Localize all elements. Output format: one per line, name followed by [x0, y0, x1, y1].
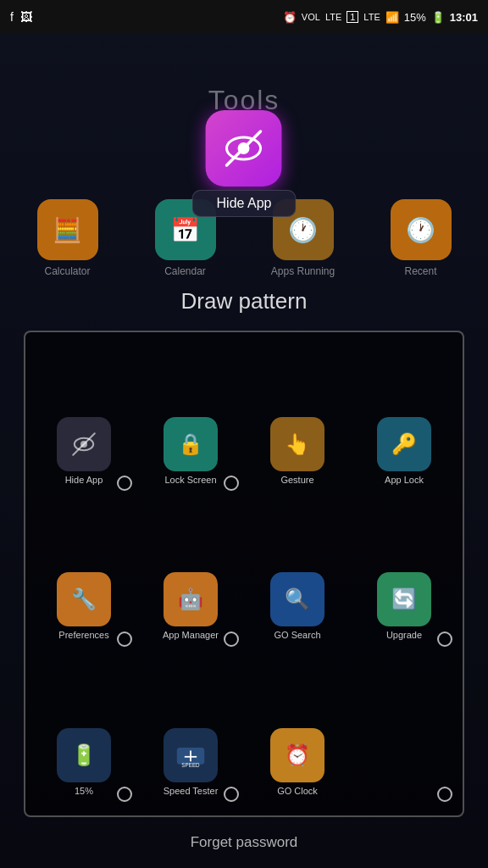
upgrade-cell-icon: 🔄 [377, 572, 431, 626]
goclock-cell-label: GO Clock [277, 786, 318, 797]
preferences-cell-label: Preferences [58, 630, 108, 641]
pattern-cell-gosearch: 🔍 GO Search [244, 496, 351, 651]
pattern-dot-8 [117, 787, 132, 802]
pattern-cell-empty [351, 652, 458, 807]
svg-text:SPEED: SPEED [181, 762, 200, 768]
calculator-label: Calculator [44, 265, 90, 277]
pattern-dot-7 [437, 632, 452, 647]
pattern-dot-1 [224, 476, 239, 491]
pattern-cell-goclock: ⏰ GO Clock [244, 652, 351, 807]
pattern-overlay: Hide App 🔒 Lock Screen 👆 Gesture 🔑 App L… [24, 331, 464, 817]
lockscreen-cell-label: Lock Screen [164, 475, 216, 486]
pattern-cell-preferences: 🔧 Preferences [30, 496, 137, 651]
pattern-cell-hideapp: Hide App [30, 341, 137, 496]
bg-app-calculator: 🧮 Calculator [34, 199, 102, 277]
image-icon: 🖼 [20, 10, 32, 24]
gesture-cell-label: Gesture [280, 475, 313, 486]
hide-app-icon-wrap [206, 110, 282, 186]
pattern-grid: Hide App 🔒 Lock Screen 👆 Gesture 🔑 App L… [30, 341, 458, 807]
pattern-dot-11 [437, 787, 452, 802]
time-display: 13:01 [450, 11, 478, 24]
pattern-dot-4 [117, 632, 132, 647]
gosearch-cell-label: GO Search [274, 630, 320, 641]
pattern-cell-battery: 🔋 15% [30, 652, 137, 807]
appmanager-cell-label: App Manager [163, 630, 219, 641]
upgrade-cell-label: Upgrade [386, 630, 422, 641]
lockscreen-cell-icon: 🔒 [164, 417, 218, 471]
pattern-cell-lockscreen: 🔒 Lock Screen [137, 341, 244, 496]
pattern-cell-applock: 🔑 App Lock [351, 341, 458, 496]
status-bar: f 🖼 ⏰ VOL LTE 1 LTE 📶 15% 🔋 13:01 [0, 0, 488, 34]
svg-line-5 [73, 433, 95, 455]
calendar-label: Calendar [164, 265, 206, 277]
pattern-cell-gesture: 👆 Gesture [244, 341, 351, 496]
battery-icon: 🔋 [431, 11, 445, 24]
pattern-cell-appmanager: 🤖 App Manager [137, 496, 244, 651]
status-left-icons: f 🖼 [10, 10, 32, 24]
battery-cell-icon: 🔋 [57, 728, 111, 782]
speedtester-cell-label: Speed Tester [164, 786, 219, 797]
status-right-info: ⏰ VOL LTE 1 LTE 📶 15% 🔋 13:01 [283, 11, 478, 24]
battery-cell-label: 15% [75, 786, 93, 797]
pattern-dot-9 [224, 787, 239, 802]
gesture-cell-icon: 👆 [270, 417, 324, 471]
hideapp-cell-label: Hide App [65, 475, 103, 486]
vol-lte-label: VOL [302, 12, 320, 22]
calculator-icon: 🧮 [37, 199, 98, 260]
hideapp-cell-icon [57, 417, 111, 471]
gosearch-cell-icon: 🔍 [270, 572, 324, 626]
alarm-icon: ⏰ [283, 11, 297, 24]
goclock-cell-icon: ⏰ [270, 728, 324, 782]
hide-app-popup: Hide App [192, 110, 297, 217]
pattern-dot-5 [224, 632, 239, 647]
appsrunning-label: Apps Running [271, 265, 335, 277]
signal-1: 1 [347, 11, 358, 23]
draw-pattern-title: Draw pattern [181, 288, 308, 314]
pattern-cell-upgrade: 🔄 Upgrade [351, 496, 458, 651]
hide-app-eye-icon [223, 127, 265, 170]
fb-icon: f [10, 10, 14, 24]
applock-cell-icon: 🔑 [377, 417, 431, 471]
lte-icon: LTE [363, 12, 380, 22]
signal-bars: 📶 [385, 11, 399, 24]
bg-app-recent: 🕐 Recent [387, 199, 455, 277]
forget-password-link[interactable]: Forget password [191, 834, 298, 851]
recent-icon: 🕐 [391, 199, 452, 260]
battery-percent: 15% [404, 11, 426, 24]
recent-label: Recent [404, 265, 436, 277]
appmanager-cell-icon: 🤖 [164, 572, 218, 626]
speedtester-cell-icon: SPEED [164, 728, 218, 782]
preferences-cell-icon: 🔧 [57, 572, 111, 626]
hide-app-label: Hide App [192, 190, 297, 217]
pattern-dot-0 [117, 476, 132, 491]
applock-cell-label: App Lock [385, 475, 424, 486]
pattern-cell-speedtester: SPEED Speed Tester [137, 652, 244, 807]
lte-label: LTE [325, 12, 341, 22]
